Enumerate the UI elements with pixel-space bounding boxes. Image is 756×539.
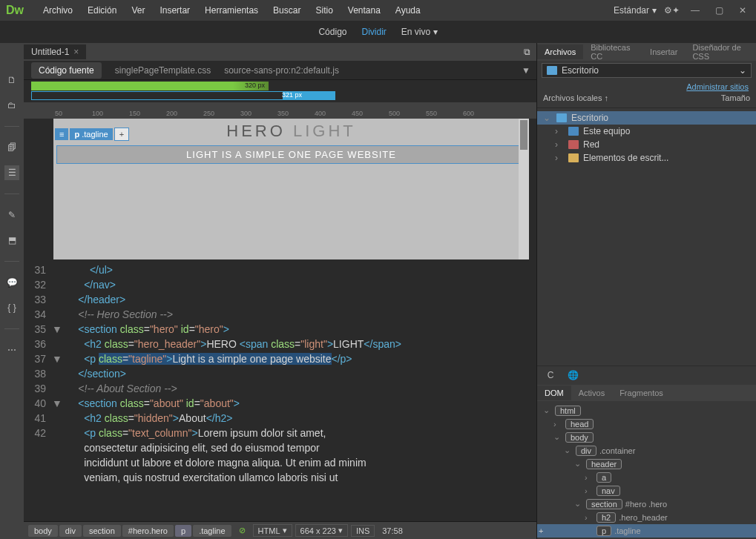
code-line[interactable]: 32 </nav> [27, 277, 536, 292]
code-line[interactable]: 34 <!-- Hero Section --> [27, 307, 536, 322]
tagline-element[interactable]: LIGHT IS A SIMPLE ONE PAGE WEBSITE [56, 145, 526, 164]
app-logo: Dw [4, 4, 25, 17]
menu-buscar[interactable]: Buscar [266, 0, 308, 21]
titlebar: Dw ArchivoEdiciónVerInsertarHerramientas… [0, 0, 756, 21]
comment-icon[interactable]: 💬 [4, 275, 19, 290]
menu-edición[interactable]: Edición [80, 0, 124, 21]
col-header-name[interactable]: Archivos locales ↑ [543, 93, 721, 108]
live-preview[interactable]: ≡ p .tagline + HERO LIGHT LIGHT IS A SIM… [53, 119, 529, 259]
breadcrumb-item[interactable]: p [175, 525, 191, 537]
col-header-size[interactable]: Tamaño [721, 93, 750, 108]
tree-row[interactable]: ›Elementos de escrit... [537, 151, 756, 165]
panel-tab[interactable]: Fragmentos [612, 386, 671, 400]
source-code-tab[interactable]: Código fuente [31, 62, 102, 79]
files-panel-tabs: ArchivosBibliotecas CCInsertarDiseñador … [537, 43, 756, 61]
maximize-button[interactable]: ▢ [710, 4, 728, 16]
filter-icon[interactable]: ▼ [522, 65, 530, 76]
tree-row[interactable]: ⌄Escritorio [537, 111, 756, 125]
window-icon[interactable]: ⧉ [524, 47, 530, 57]
related-file[interactable]: singlePageTemplate.css [115, 65, 211, 76]
sync-icon[interactable]: ⚙✦ [664, 3, 679, 18]
folder-icon [556, 113, 567, 122]
file-icon[interactable]: 🗋 [4, 73, 19, 87]
menu-sitio[interactable]: Sitio [308, 0, 340, 21]
menu-insertar[interactable]: Insertar [152, 0, 197, 21]
dom-node[interactable]: ⌄header [537, 457, 756, 471]
dom-node[interactable]: +p .tagline [537, 524, 756, 538]
minimize-button[interactable]: — [686, 4, 704, 16]
sync-ok-icon[interactable]: ⊘ [234, 526, 250, 535]
folder-icon [568, 140, 579, 149]
code-line[interactable]: 31 </ul> [27, 262, 536, 277]
breadcrumb-item[interactable]: .tagline [193, 525, 231, 537]
breadcrumb-item[interactable]: body [28, 525, 58, 537]
view-live[interactable]: En vivo ▾ [401, 27, 438, 37]
preview-scrollbar[interactable] [519, 119, 529, 259]
dom-node[interactable]: ⌄body [537, 431, 756, 444]
insert-mode[interactable]: INS [351, 525, 375, 537]
code-line[interactable]: 41 <h2 class="hidden">About</h2> [27, 411, 536, 426]
menu-ayuda[interactable]: Ayuda [388, 0, 428, 21]
close-button[interactable]: ✕ [734, 4, 752, 16]
hamburger-icon[interactable]: ≡ [55, 128, 68, 140]
wand-icon[interactable]: ✎ [4, 208, 19, 222]
menu-ventana[interactable]: Ventana [341, 0, 388, 21]
globe-icon[interactable]: 🌐 [565, 368, 580, 383]
code-line[interactable]: 36 <h2 class="hero_header">HERO <span cl… [27, 337, 536, 351]
brackets-icon[interactable]: { } [4, 300, 19, 315]
extract-icon[interactable]: ⬒ [4, 233, 19, 248]
breadcrumb-item[interactable]: #hero.hero [122, 525, 174, 537]
code-line[interactable]: 37▼ <p class="tagline">Light is a simple… [27, 351, 536, 366]
code-line[interactable]: 39 <!-- About Section --> [27, 381, 536, 396]
code-line[interactable]: 33 </header> [27, 292, 536, 307]
dom-tree[interactable]: ⌄html›head⌄body⌄div .container⌄header›a›… [537, 401, 756, 540]
code-line[interactable]: 42 <p class="text_column">Lorem ipsum do… [27, 426, 536, 440]
view-code[interactable]: Código [318, 27, 346, 37]
dom-node[interactable]: ›h2 .hero_header [537, 511, 756, 524]
element-tag-crumb[interactable]: p .tagline [70, 128, 112, 140]
list-icon[interactable]: ☰ [4, 165, 19, 180]
code-line[interactable]: incididunt ut labore et dolore magna ali… [27, 455, 536, 470]
dom-node[interactable]: ⌄section #hero .hero [537, 497, 756, 511]
code-line[interactable]: 40▼ <section class="about" id="about"> [27, 396, 536, 411]
menu-herramientas[interactable]: Herramientas [197, 0, 266, 21]
breadcrumb-item[interactable]: div [59, 525, 82, 537]
code-line[interactable]: 38 </section> [27, 366, 536, 381]
panel-tab[interactable]: DOM [537, 386, 571, 400]
panel-tab[interactable]: Archivos [537, 44, 583, 59]
tree-row[interactable]: ›Este equipo [537, 125, 756, 138]
manage-icon[interactable]: 🗐 [4, 140, 19, 155]
panel-tab[interactable]: Insertar [642, 44, 685, 59]
workspace-selector[interactable]: Estándar▾ [606, 5, 664, 16]
site-folder-selector[interactable]: Escritorio ⌄ [542, 63, 752, 78]
code-editor[interactable]: 31 </ul>32 </nav>33 </header>34 <!-- Her… [24, 262, 536, 521]
more-icon[interactable]: ⋯ [4, 343, 19, 357]
menu-ver[interactable]: Ver [124, 0, 152, 21]
dom-node[interactable]: ⌄html [537, 404, 756, 417]
dom-node[interactable]: ›head [537, 417, 756, 431]
folder-icon[interactable]: 🗀 [4, 98, 19, 113]
tree-row[interactable]: ›Red [537, 138, 756, 151]
close-tab-icon[interactable]: × [73, 47, 79, 57]
lang-selector[interactable]: HTML ▾ [253, 524, 292, 537]
breadcrumb-item[interactable]: section [83, 525, 121, 537]
related-file[interactable]: source-sans-pro:n2:default.js [224, 65, 339, 76]
dom-node[interactable]: ›nav [537, 484, 756, 497]
code-line[interactable]: 35▼ <section class="hero" id="hero"> [27, 322, 536, 337]
code-line[interactable]: veniam, quis nostrud exercitation ullamc… [27, 470, 536, 485]
dom-node[interactable]: ⌄div .container [537, 444, 756, 457]
add-node-icon[interactable]: + [539, 526, 543, 535]
panel-tab[interactable]: Activos [571, 386, 612, 400]
view-split[interactable]: Dividir [361, 27, 386, 37]
dom-node[interactable]: ›a [537, 471, 756, 484]
refresh-icon[interactable]: C [543, 368, 558, 383]
menu-archivo[interactable]: Archivo [36, 0, 80, 21]
add-selector-button[interactable]: + [114, 128, 129, 141]
files-tree[interactable]: ⌄Escritorio›Este equipo›Red›Elementos de… [537, 108, 756, 233]
manage-sites-link[interactable]: Administrar sitios [686, 82, 749, 91]
time-display: 37:58 [378, 526, 407, 535]
dimensions-display[interactable]: 664 x 223 ▾ [295, 524, 348, 537]
document-tab[interactable]: Untitled-1 × [24, 44, 86, 59]
code-line[interactable]: consectetur adipisicing elit, sed do eiu… [27, 440, 536, 455]
media-query-bars[interactable]: 320 px 321 px [24, 80, 536, 102]
